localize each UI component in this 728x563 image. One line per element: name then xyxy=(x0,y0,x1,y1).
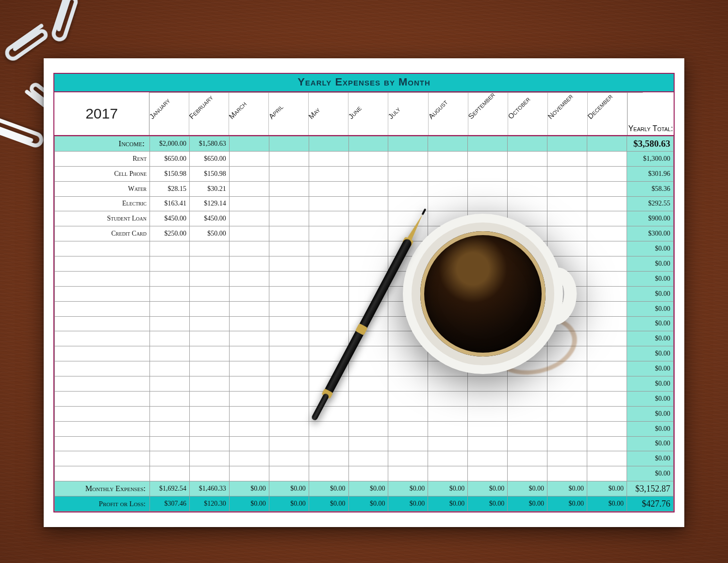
cell[interactable]: $0.00 xyxy=(348,496,388,512)
cell[interactable]: $0.00 xyxy=(547,496,587,512)
cell[interactable] xyxy=(428,136,468,152)
cell[interactable] xyxy=(587,271,627,286)
cell[interactable] xyxy=(468,166,508,181)
cell[interactable] xyxy=(547,196,587,211)
cell[interactable] xyxy=(229,226,269,241)
cell[interactable] xyxy=(189,436,229,451)
cell[interactable] xyxy=(547,466,587,481)
cell[interactable] xyxy=(229,361,269,376)
cell[interactable]: $129.14 xyxy=(189,196,229,211)
cell[interactable] xyxy=(388,151,428,166)
cell[interactable] xyxy=(587,226,627,241)
cell[interactable] xyxy=(348,256,388,272)
cell[interactable] xyxy=(348,136,388,152)
cell[interactable] xyxy=(229,331,269,346)
cell[interactable] xyxy=(309,451,348,466)
cell[interactable]: $0.00 xyxy=(388,481,428,496)
cell[interactable] xyxy=(428,436,468,451)
cell[interactable] xyxy=(468,466,508,481)
cell[interactable] xyxy=(269,331,309,346)
cell[interactable] xyxy=(508,406,547,421)
cell[interactable] xyxy=(428,466,468,481)
cell[interactable] xyxy=(428,166,468,181)
cell[interactable] xyxy=(309,166,348,181)
cell[interactable] xyxy=(309,181,348,196)
cell[interactable] xyxy=(348,151,388,166)
cell[interactable] xyxy=(388,391,428,406)
cell[interactable] xyxy=(468,391,508,406)
cell[interactable] xyxy=(348,241,388,256)
cell[interactable] xyxy=(150,451,190,466)
cell[interactable]: $650.00 xyxy=(150,151,190,166)
cell[interactable]: $0.00 xyxy=(309,496,348,512)
cell[interactable] xyxy=(269,226,309,241)
cell[interactable] xyxy=(587,286,627,301)
cell[interactable] xyxy=(547,406,587,421)
cell[interactable] xyxy=(547,166,587,181)
cell[interactable]: $1,692.54 xyxy=(150,481,190,496)
cell[interactable] xyxy=(189,361,229,376)
cell[interactable] xyxy=(269,346,309,361)
cell[interactable] xyxy=(587,436,627,451)
cell[interactable]: $120.30 xyxy=(189,496,229,512)
cell[interactable]: $1,460.33 xyxy=(189,481,229,496)
cell[interactable] xyxy=(508,466,547,481)
cell[interactable] xyxy=(508,151,547,166)
cell[interactable] xyxy=(587,376,627,392)
cell[interactable] xyxy=(428,196,468,211)
cell[interactable] xyxy=(587,406,627,421)
cell[interactable] xyxy=(150,346,190,361)
cell[interactable] xyxy=(587,316,627,331)
cell[interactable] xyxy=(150,286,190,301)
cell[interactable] xyxy=(229,466,269,481)
cell[interactable] xyxy=(309,196,348,211)
cell[interactable] xyxy=(269,436,309,451)
cell[interactable]: $0.00 xyxy=(388,496,428,512)
cell[interactable] xyxy=(348,166,388,181)
cell[interactable]: $650.00 xyxy=(189,151,229,166)
cell[interactable] xyxy=(388,376,428,392)
cell[interactable] xyxy=(309,331,348,346)
cell[interactable] xyxy=(348,211,388,226)
cell[interactable] xyxy=(189,391,229,406)
cell[interactable] xyxy=(428,451,468,466)
cell[interactable]: $28.15 xyxy=(150,181,190,196)
cell[interactable] xyxy=(309,136,348,152)
cell[interactable] xyxy=(468,151,508,166)
cell[interactable] xyxy=(229,301,269,316)
cell[interactable] xyxy=(269,286,309,301)
cell[interactable] xyxy=(587,256,627,272)
cell[interactable] xyxy=(508,391,547,406)
cell[interactable] xyxy=(547,136,587,152)
cell[interactable] xyxy=(269,166,309,181)
cell[interactable] xyxy=(189,316,229,331)
cell[interactable] xyxy=(388,451,428,466)
cell[interactable] xyxy=(587,346,627,361)
cell[interactable] xyxy=(309,316,348,331)
cell[interactable] xyxy=(189,241,229,256)
cell[interactable] xyxy=(150,361,190,376)
cell[interactable] xyxy=(428,151,468,166)
cell[interactable] xyxy=(189,421,229,436)
cell[interactable]: $0.00 xyxy=(428,481,468,496)
cell[interactable]: $150.98 xyxy=(189,166,229,181)
cell[interactable] xyxy=(587,241,627,256)
cell[interactable] xyxy=(150,466,190,481)
cell[interactable] xyxy=(269,316,309,331)
cell[interactable] xyxy=(229,136,269,152)
cell[interactable] xyxy=(229,166,269,181)
cell[interactable] xyxy=(348,196,388,211)
cell[interactable] xyxy=(269,271,309,286)
cell[interactable]: $0.00 xyxy=(587,496,627,512)
cell[interactable] xyxy=(189,301,229,316)
cell[interactable] xyxy=(428,406,468,421)
cell[interactable] xyxy=(229,406,269,421)
cell[interactable] xyxy=(269,451,309,466)
cell[interactable]: $307.46 xyxy=(150,496,190,512)
cell[interactable] xyxy=(269,376,309,392)
cell[interactable] xyxy=(587,466,627,481)
cell[interactable] xyxy=(348,421,388,436)
cell[interactable] xyxy=(587,331,627,346)
cell[interactable] xyxy=(508,451,547,466)
cell[interactable] xyxy=(150,391,190,406)
